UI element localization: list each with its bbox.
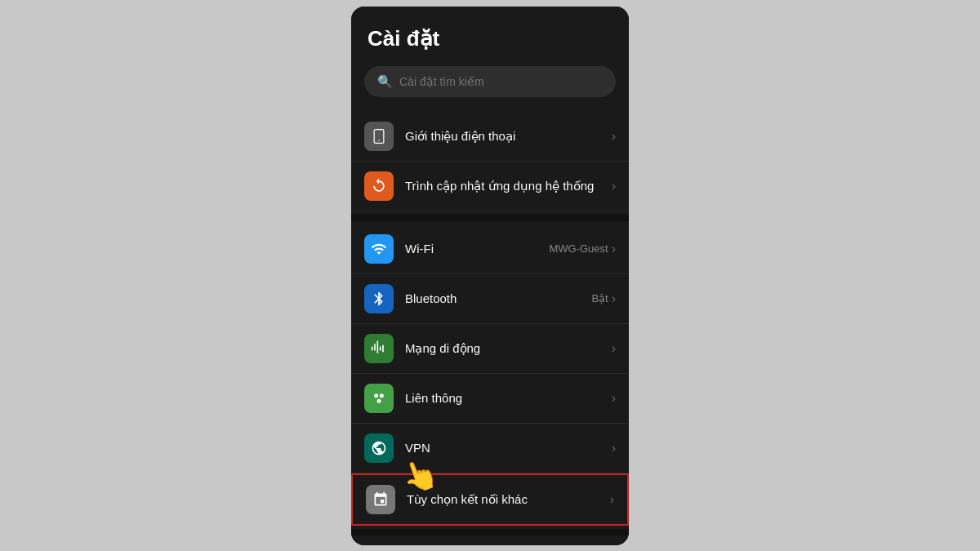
list-item[interactable]: Giới thiệu điện thoại › — [351, 112, 629, 162]
chevron-icon: › — [612, 391, 616, 406]
lien-thong-icon — [364, 384, 394, 413]
vpn-icon — [364, 433, 394, 463]
device-info-label: Giới thiệu điện thoại — [405, 129, 612, 144]
title-bar: Cài đặt — [351, 7, 629, 61]
wifi-value: MWG-Guest — [549, 242, 608, 255]
bluetooth-value: Bật — [591, 292, 608, 304]
chevron-icon: › — [612, 291, 616, 306]
vpn-label: VPN — [405, 441, 612, 455]
svg-point-3 — [380, 393, 384, 398]
wifi-label: Wi-Fi — [405, 242, 549, 256]
list-item[interactable]: Bluetooth Bật › — [351, 274, 629, 324]
list-item[interactable]: Mạng di động › — [351, 324, 629, 374]
search-input[interactable] — [399, 75, 603, 88]
chevron-icon: › — [612, 179, 616, 193]
bluetooth-icon — [364, 284, 394, 313]
update-label: Trình cập nhật ứng dụng hệ thống — [405, 179, 612, 193]
section-divider-2 — [351, 529, 629, 535]
tuy-chon-ket-noi-item[interactable]: Tùy chọn kết nối khác › 👆 — [351, 473, 629, 526]
section-display: Màn hình khóa › Thanh thông báo & trạng … — [351, 535, 629, 545]
mobile-data-label: Mạng di động — [405, 341, 612, 356]
svg-point-4 — [377, 398, 381, 402]
chevron-icon: › — [610, 492, 614, 507]
wifi-icon — [364, 234, 394, 264]
search-bar[interactable]: 🔍 — [364, 66, 616, 97]
list-item[interactable]: Màn hình khóa › — [351, 539, 629, 545]
chevron-icon: › — [612, 242, 616, 256]
list-item[interactable]: Wi-Fi MWG-Guest › — [351, 224, 629, 274]
section-device: Giới thiệu điện thoại › Trình cập nhật ứ… — [351, 109, 629, 215]
device-info-icon — [364, 122, 394, 151]
phone-screen: Cài đặt 🔍 Giới thiệu điện thoại › — [351, 7, 629, 545]
mobile-data-icon — [364, 334, 394, 363]
settings-screen: Cài đặt 🔍 Giới thiệu điện thoại › — [351, 7, 629, 545]
bluetooth-label: Bluetooth — [405, 291, 591, 305]
list-item[interactable]: VPN › — [351, 424, 629, 473]
settings-list: Giới thiệu điện thoại › Trình cập nhật ứ… — [351, 109, 629, 545]
chevron-icon: › — [612, 441, 616, 455]
update-icon — [364, 171, 394, 201]
chevron-icon: › — [612, 341, 616, 356]
section-connectivity: Wi-Fi MWG-Guest › Bluetooth Bật › — [351, 221, 629, 529]
list-item[interactable]: Liên thông › — [351, 374, 629, 424]
section-divider — [351, 215, 629, 221]
lien-thong-label: Liên thông — [405, 391, 612, 405]
chevron-icon: › — [612, 129, 616, 144]
search-icon: 🔍 — [377, 74, 393, 89]
other-connection-label: Tùy chọn kết nối khác — [407, 492, 610, 507]
list-item[interactable]: Trình cập nhật ứng dụng hệ thống › — [351, 162, 629, 211]
page-title: Cài đặt — [368, 26, 612, 51]
svg-point-2 — [374, 393, 378, 398]
other-connection-icon — [366, 485, 395, 514]
